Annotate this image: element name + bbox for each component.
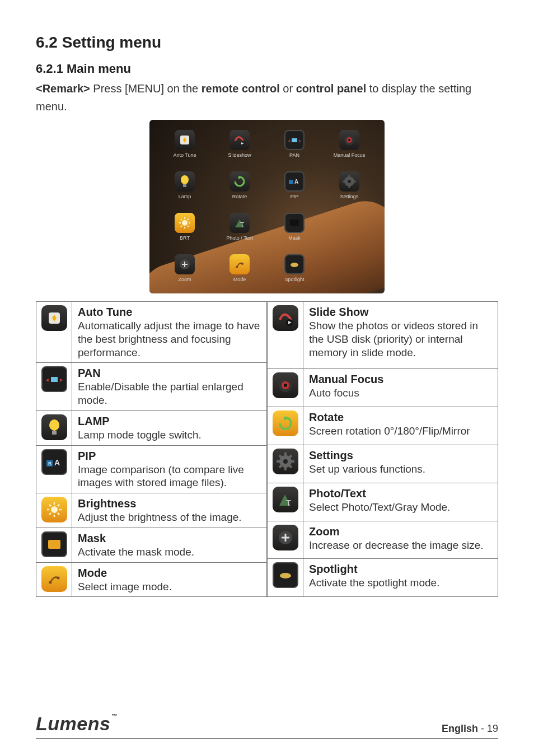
svg-point-54 [57, 576, 59, 579]
page: 6.2 Setting menu 6.2.1 Main menu <Remark… [0, 0, 534, 756]
photo-text-icon: T [273, 487, 298, 512]
menu-label: Mode [233, 277, 246, 282]
svg-rect-37 [51, 377, 58, 382]
table-row: RotateScreen rotation 0°/180°/Flip/Mirro… [268, 407, 498, 445]
row-title: Mask [78, 531, 261, 545]
row-title: Photo/Text [309, 487, 492, 501]
spotlight-icon [284, 254, 305, 274]
row-title: Rotate [309, 410, 492, 424]
row-desc: Screen rotation 0°/180°/Flip/Mirror [309, 424, 492, 438]
svg-line-67 [279, 455, 282, 458]
svg-line-50 [58, 505, 59, 506]
svg-line-26 [181, 226, 182, 227]
text-cell: Slide ShowShow the photos or videos stor… [303, 302, 498, 369]
lamp-icon [41, 414, 67, 440]
icon-cell: BA [36, 445, 72, 493]
menu-item-slideshow: Slideshow [214, 130, 265, 168]
row-title: Spotlight [309, 562, 492, 576]
menu-item-settings: Settings [324, 171, 374, 209]
row-title: Mode [78, 566, 261, 580]
settings-icon [339, 171, 359, 192]
brightness-icon [41, 497, 67, 522]
trademark-symbol: ™ [111, 713, 118, 719]
text-cell: ModeSelect image mode. [72, 562, 267, 597]
pan-icon [41, 366, 67, 392]
menu-label: Anto Tune [173, 152, 196, 158]
svg-line-70 [279, 465, 282, 468]
intro-b1: remote control [202, 82, 280, 95]
intro-paragraph: <Remark> Press [MENU] on the remote cont… [36, 80, 498, 115]
svg-line-24 [188, 226, 189, 227]
svg-point-34 [241, 263, 243, 265]
row-desc: Enable/Disable the partial enlarged mode… [78, 380, 261, 407]
manual-focus-icon [339, 130, 359, 150]
svg-rect-39 [52, 431, 57, 435]
svg-text:T: T [240, 221, 245, 229]
menu-item-mode: Mode [214, 254, 265, 292]
row-desc: Activate the spotlight mode. [309, 576, 492, 590]
svg-rect-10 [289, 180, 293, 184]
menu-screenshot: Anto Tune Slideshow PAN Manual Focus Lam… [149, 120, 385, 293]
mode-icon [229, 254, 250, 274]
remark-label: <Remark> [36, 82, 90, 95]
svg-point-35 [291, 263, 298, 267]
icon-cell [268, 407, 303, 445]
mask-icon [284, 213, 305, 233]
row-desc: Auto focus [309, 386, 492, 400]
svg-line-49 [58, 513, 59, 515]
row-desc: Lamp mode toggle switch. [78, 428, 261, 442]
row-desc: Automatically adjust the image to have t… [78, 319, 261, 359]
svg-line-51 [49, 513, 51, 515]
svg-line-25 [188, 219, 189, 220]
icon-cell [268, 302, 303, 369]
table-row: Slide ShowShow the photos or videos stor… [268, 302, 498, 369]
text-cell: SettingsSet up various functions. [303, 445, 498, 483]
mode-icon [41, 566, 67, 592]
table-row: Auto TuneAutomatically adjust the image … [36, 302, 267, 363]
icon-cell: T [268, 483, 303, 521]
mask-icon [41, 531, 67, 557]
intro-t2: or [280, 82, 296, 95]
logo-text: Lumens [36, 713, 110, 734]
menu-item-pan: PAN [269, 130, 320, 168]
brightness-icon [175, 213, 195, 233]
table-row: LAMPLamp mode toggle switch. [36, 410, 267, 445]
table-row: ZoomIncrease or decrease the image size. [268, 521, 498, 559]
brand-logo: Lumens™ [36, 713, 118, 735]
svg-line-48 [49, 505, 51, 506]
rotate-icon [273, 410, 298, 436]
menu-label: BRT [180, 235, 190, 241]
row-title: Settings [309, 449, 492, 463]
menu-label: Slideshow [228, 152, 251, 158]
menu-item-manual-focus: Manual Focus [324, 130, 374, 168]
settings-icon [273, 449, 298, 474]
menu-item-lamp: Lamp [160, 171, 210, 209]
svg-rect-8 [183, 184, 186, 187]
row-desc: Select Photo/Text/Gray Mode. [309, 501, 492, 514]
icon-cell [36, 493, 72, 528]
text-cell: RotateScreen rotation 0°/180°/Flip/Mirro… [303, 407, 498, 445]
text-cell: LAMPLamp mode toggle switch. [72, 410, 267, 445]
spotlight-icon [273, 562, 298, 588]
menu-empty [324, 213, 374, 251]
icon-cell [36, 302, 72, 363]
intro-b2: control panel [296, 82, 367, 95]
svg-point-18 [182, 220, 188, 226]
rotate-icon [229, 171, 250, 192]
svg-line-68 [289, 465, 292, 468]
row-title: Zoom [309, 525, 492, 539]
row-desc: Set up various functions. [309, 463, 492, 476]
icon-cell [36, 410, 72, 445]
menu-label: Settings [340, 194, 359, 199]
text-cell: PANEnable/Disable the partial enlarged m… [72, 363, 267, 411]
menu-item-photo-text: T Photo / Text [214, 213, 265, 251]
language-label: English [442, 723, 478, 734]
row-title: LAMP [78, 414, 261, 428]
menu-empty [324, 254, 374, 292]
text-cell: PIPImage comparison (to compare live ima… [72, 445, 267, 493]
row-desc: Activate the mask mode. [78, 545, 261, 559]
svg-point-7 [181, 175, 189, 184]
text-cell: MaskActivate the mask mode. [72, 528, 267, 562]
row-title: Auto Tune [78, 305, 261, 319]
table-row: PANEnable/Disable the partial enlarged m… [36, 363, 267, 411]
